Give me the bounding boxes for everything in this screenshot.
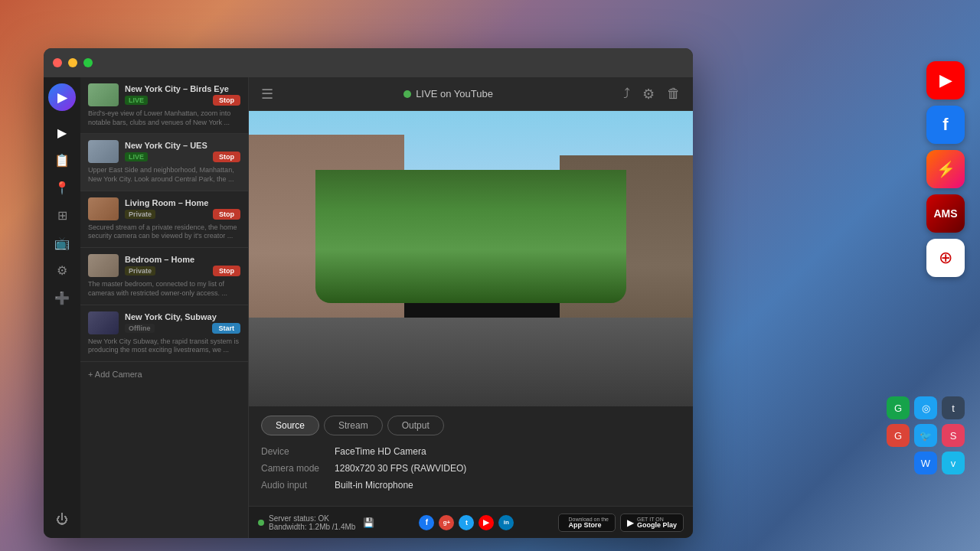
camera-item-header: Living Room – Home Private Stop: [88, 197, 240, 220]
camera-start-button[interactable]: Start: [212, 323, 240, 334]
maximize-button[interactable]: [83, 58, 93, 67]
store-badges: Download on the App Store ▶ GET IT ON Go…: [558, 514, 684, 532]
sidebar-item-list[interactable]: 📋: [50, 148, 74, 172]
audio-label: Audio input: [261, 480, 319, 491]
camera-stop-button[interactable]: Stop: [213, 209, 240, 220]
bandwidth-icon: 💾: [363, 517, 374, 528]
camera-item-header: New York City – Birds Eye LIVE Stop: [88, 83, 240, 106]
sidebar-logo[interactable]: ▶: [48, 83, 76, 111]
sidebar: ▶ ▶ 📋 📍 ⊞ 📺 ⚙ ➕ ⏻: [44, 77, 80, 538]
youtube-app-icon[interactable]: ▶: [926, 61, 965, 99]
camera-status-row: LIVE Stop: [125, 152, 240, 162]
google-play-icon: ▶: [627, 517, 634, 528]
main-content: ☰ LIVE on YouTube ⤴ ⚙ 🗑: [249, 77, 693, 538]
camera-status-row: Private Stop: [125, 266, 240, 276]
google-play-line2: Google Play: [637, 522, 677, 529]
tab-stream[interactable]: Stream: [324, 416, 383, 435]
camera-item-header: New York City – UES LIVE Stop: [88, 140, 240, 163]
menu-button[interactable]: ☰: [258, 83, 276, 106]
road: [249, 318, 693, 406]
app2-icon[interactable]: ◎: [914, 396, 937, 419]
sidebar-item-settings[interactable]: ⚙: [50, 258, 74, 282]
camera-item-header: New York City, Subway Offline Start: [88, 311, 240, 334]
twitter2-icon[interactable]: 🐦: [914, 424, 937, 447]
camera-thumb: [88, 140, 119, 163]
camera-stop-button[interactable]: Stop: [213, 152, 240, 162]
tab-source[interactable]: Source: [261, 416, 319, 435]
google2-icon[interactable]: G: [887, 424, 910, 447]
camera-thumb: [88, 197, 119, 220]
audio-value: Built-in Microphone: [335, 480, 681, 491]
bandwidth-text: Bandwidth: 1.2Mb /1.4Mb: [269, 523, 355, 531]
camera-list: New York City – Birds Eye LIVE Stop Bird…: [80, 77, 249, 538]
social-google-icon[interactable]: g+: [439, 515, 454, 530]
right-app-icons: ▶ f ⚡ AMS ⊕: [926, 61, 965, 277]
camera-list-item[interactable]: New York City – Birds Eye LIVE Stop Bird…: [80, 77, 248, 134]
tab-output[interactable]: Output: [387, 416, 444, 435]
camera-name: New York City, Subway: [125, 312, 240, 321]
bolt-app-icon[interactable]: ⚡: [926, 150, 965, 188]
sidebar-item-grid[interactable]: ⊞: [50, 203, 74, 227]
social-linkedin-icon[interactable]: in: [498, 515, 514, 530]
delete-button[interactable]: 🗑: [664, 83, 684, 105]
camera-info: New York City – Birds Eye LIVE Stop: [125, 84, 240, 106]
sidebar-item-tv[interactable]: 📺: [50, 230, 74, 255]
social-facebook-icon[interactable]: f: [419, 515, 434, 530]
vimeo-icon[interactable]: v: [942, 452, 965, 474]
camera-thumb: [88, 254, 119, 277]
social-icons: f g+ t ▶ in: [419, 515, 514, 530]
camera-status-badge: Offline: [125, 324, 155, 333]
device-info-grid: Device FaceTime HD Camera Camera mode 12…: [261, 446, 681, 491]
settings-button[interactable]: ⚙: [639, 83, 658, 106]
top-bar: ☰ LIVE on YouTube ⤴ ⚙ 🗑: [249, 77, 693, 111]
sidebar-item-location[interactable]: 📍: [50, 175, 74, 200]
camera-stop-button[interactable]: Stop: [213, 266, 240, 276]
camera-status-badge: Private: [125, 266, 155, 276]
camera-status-row: LIVE Stop: [125, 95, 240, 106]
window-content: ▶ ▶ 📋 📍 ⊞ 📺 ⚙ ➕ ⏻ New York City – Birds …: [44, 77, 693, 538]
camera-list-item[interactable]: Bedroom – Home Private Stop The master b…: [80, 248, 248, 305]
sidebar-item-medical[interactable]: ➕: [50, 285, 74, 310]
camera-info: New York City, Subway Offline Start: [125, 312, 240, 334]
video-preview-area: [249, 111, 693, 406]
live-dot: [403, 90, 411, 98]
google-play-badge[interactable]: ▶ GET IT ON Google Play: [620, 514, 684, 532]
grammarly-icon[interactable]: G: [887, 396, 910, 419]
sidebar-item-power[interactable]: ⏻: [50, 507, 74, 532]
app-store-badge[interactable]: Download on the App Store: [558, 514, 616, 532]
camera-item-header: Bedroom – Home Private Stop: [88, 254, 240, 277]
target-app-icon[interactable]: ⊕: [926, 239, 965, 277]
camera-status-badge: LIVE: [125, 96, 148, 105]
add-camera-label: + Add Camera: [88, 370, 142, 379]
minimize-button[interactable]: [68, 58, 77, 67]
top-bar-actions: ⤴ ⚙ 🗑: [620, 83, 684, 106]
camera-status-badge: LIVE: [125, 152, 148, 161]
camera-info: Bedroom – Home Private Stop: [125, 255, 240, 276]
camera-status-row: Offline Start: [125, 323, 240, 334]
camera-description: Secured stream of a private residence, t…: [88, 223, 240, 241]
camera-stop-button[interactable]: Stop: [213, 95, 240, 106]
tumblr-icon[interactable]: t: [942, 396, 965, 419]
status-text: Server status: OK Bandwidth: 1.2Mb /1.4M…: [269, 514, 355, 531]
close-button[interactable]: [53, 58, 62, 67]
street-scene: [249, 111, 693, 406]
camera-status-badge: Private: [125, 210, 155, 219]
camera-list-item[interactable]: New York City – UES LIVE Stop Upper East…: [80, 134, 248, 191]
tab-row: Source Stream Output: [261, 416, 681, 435]
camera-list-item[interactable]: New York City, Subway Offline Start New …: [80, 305, 248, 362]
facebook-app-icon[interactable]: f: [926, 106, 965, 144]
social-twitter-icon[interactable]: t: [459, 515, 474, 530]
ams-app-icon[interactable]: AMS: [926, 194, 965, 233]
google-play-text: GET IT ON Google Play: [637, 517, 677, 529]
camera-list-item[interactable]: Living Room – Home Private Stop Secured …: [80, 191, 248, 248]
sidebar-item-play[interactable]: ▶: [50, 120, 74, 145]
title-bar: [44, 48, 693, 77]
app6-icon[interactable]: S: [942, 424, 965, 447]
status-dot: [258, 520, 264, 526]
share-button[interactable]: ⤴: [620, 83, 633, 105]
device-label: Device: [261, 446, 319, 457]
app7-icon[interactable]: W: [914, 452, 937, 474]
social-youtube-icon[interactable]: ▶: [479, 515, 494, 530]
app-window: ▶ ▶ 📋 📍 ⊞ 📺 ⚙ ➕ ⏻ New York City – Birds …: [44, 48, 693, 538]
add-camera-button[interactable]: + Add Camera: [80, 362, 248, 386]
